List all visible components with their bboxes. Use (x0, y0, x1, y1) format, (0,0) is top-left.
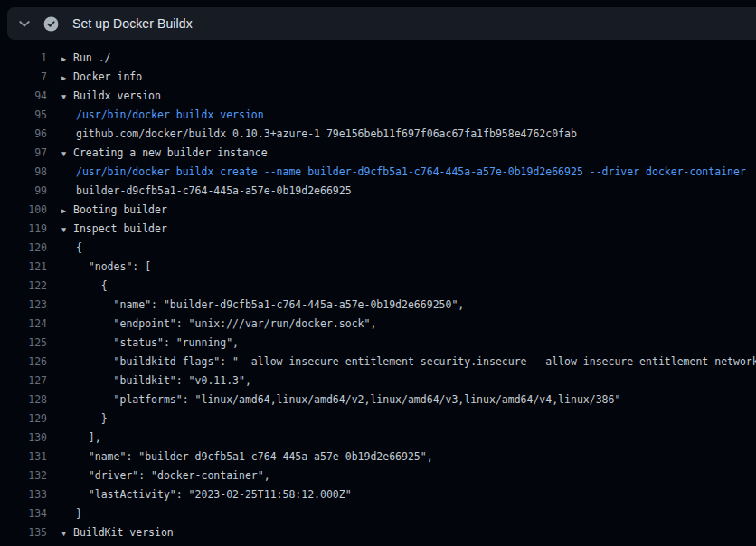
log-line-text: ], (76, 431, 101, 444)
log-text: /usr/bin/docker buildx version (47, 106, 264, 125)
group-header: ▶Booting builder (47, 201, 167, 220)
line-number[interactable]: 121 (0, 258, 47, 277)
log-line-text: "name": "builder-d9cfb5a1-c764-445a-a57e… (76, 450, 433, 463)
log-group-row[interactable]: 7▶Docker info (0, 68, 756, 87)
log-line: 123 "name": "builder-d9cfb5a1-c764-445a-… (0, 296, 756, 315)
log-text: "buildkitd-flags": "--allow-insecure-ent… (47, 353, 756, 372)
line-number[interactable]: 119 (0, 220, 47, 239)
log-line: 133 "lastActivity": "2023-02-25T11:58:12… (0, 485, 756, 504)
line-number[interactable]: 96 (0, 125, 47, 144)
log-text: "platforms": "linux/amd64,linux/amd64/v2… (47, 391, 620, 410)
log-text: { (47, 239, 82, 258)
step-title: Set up Docker Buildx (72, 16, 193, 31)
log-line-text: "buildkit": "v0.11.3", (76, 374, 251, 387)
line-number[interactable]: 127 (0, 372, 47, 391)
triangle-right-icon: ▶ (61, 50, 73, 69)
line-number[interactable]: 97 (0, 144, 47, 163)
log-line: 126 "buildkitd-flags": "--allow-insecure… (0, 353, 756, 372)
log-line: 130 ], (0, 428, 756, 447)
log-line: 96github.com/docker/buildx 0.10.3+azure-… (0, 125, 756, 144)
line-number[interactable]: 122 (0, 277, 47, 296)
log-text: "endpoint": "unix:///var/run/docker.sock… (47, 315, 376, 334)
log-line: 128 "platforms": "linux/amd64,linux/amd6… (0, 391, 756, 410)
check-circle-icon (43, 16, 59, 32)
line-number[interactable]: 135 (0, 523, 47, 542)
line-number[interactable]: 7 (0, 68, 47, 87)
log-group-row[interactable]: 97▼Creating a new builder instance (0, 144, 756, 163)
log-text: "buildkit": "v0.11.3", (47, 372, 251, 391)
log-group-row[interactable]: 135▼BuildKit version (0, 523, 756, 542)
line-number[interactable]: 132 (0, 466, 47, 485)
log-line-text: } (76, 412, 108, 425)
chevron-down-icon[interactable] (17, 16, 32, 31)
line-number[interactable]: 126 (0, 353, 47, 372)
triangle-right-icon: ▶ (61, 202, 73, 221)
log-line-text: { (76, 241, 82, 254)
line-number[interactable]: 1 (0, 49, 47, 68)
log-line: 124 "endpoint": "unix:///var/run/docker.… (0, 315, 756, 334)
log-line-text: BuildKit version (73, 526, 174, 539)
triangle-down-icon: ▼ (61, 524, 73, 543)
line-number[interactable]: 128 (0, 391, 47, 410)
log-line-text: "buildkitd-flags": "--allow-insecure-ent… (76, 355, 756, 368)
log-line-text: Inspect builder (73, 222, 167, 235)
line-number[interactable]: 100 (0, 201, 47, 220)
log-text: "nodes": [ (47, 258, 151, 277)
log-line-text: builder-d9cfb5a1-c764-445a-a57e-0b19d2e6… (76, 184, 352, 197)
log-line-text: "nodes": [ (76, 260, 151, 273)
log-line-text: Buildx version (73, 89, 161, 102)
line-number[interactable]: 123 (0, 296, 47, 315)
log-line: 121 "nodes": [ (0, 258, 756, 277)
log-text: "status": "running", (47, 334, 239, 353)
log-text: "driver": "docker-container", (47, 466, 270, 485)
group-header: ▼Buildx version (47, 87, 161, 106)
log-text: github.com/docker/buildx 0.10.3+azure-1 … (47, 125, 577, 144)
line-number[interactable]: 129 (0, 410, 47, 428)
log-line-text: "endpoint": "unix:///var/run/docker.sock… (76, 317, 376, 330)
log-line: 136builder-d9cfb5a1-c764-445a-a57e-0b19d… (0, 542, 756, 546)
log-line: 99builder-d9cfb5a1-c764-445a-a57e-0b19d2… (0, 182, 756, 201)
line-number[interactable]: 120 (0, 239, 47, 258)
line-number[interactable]: 94 (0, 87, 47, 106)
line-number[interactable]: 124 (0, 315, 47, 334)
line-number[interactable]: 98 (0, 163, 47, 182)
log-text: /usr/bin/docker buildx create --name bui… (47, 163, 746, 182)
line-number[interactable]: 125 (0, 334, 47, 353)
log-line-text: "driver": "docker-container", (76, 469, 270, 482)
line-number[interactable]: 136 (0, 542, 47, 546)
group-header: ▼BuildKit version (47, 523, 174, 542)
step-header[interactable]: Set up Docker Buildx (7, 7, 756, 40)
triangle-down-icon: ▼ (61, 221, 73, 240)
line-number[interactable]: 133 (0, 485, 47, 504)
log-line-text: Booting builder (73, 203, 167, 216)
log-line: 127 "buildkit": "v0.11.3", (0, 372, 756, 391)
log-line-text: /usr/bin/docker buildx create --name bui… (76, 165, 746, 178)
triangle-right-icon: ▶ (61, 69, 73, 88)
log-line: 125 "status": "running", (0, 334, 756, 353)
log-text: } (47, 504, 82, 523)
triangle-down-icon: ▼ (61, 145, 73, 164)
line-number[interactable]: 99 (0, 182, 47, 201)
log-line-text: } (76, 507, 82, 520)
log-line-text: "name": "builder-d9cfb5a1-c764-445a-a57e… (76, 298, 464, 311)
triangle-down-icon: ▼ (61, 88, 73, 107)
log-line-text: { (76, 279, 108, 292)
group-header: ▼Creating a new builder instance (47, 144, 268, 163)
log-group-row[interactable]: 100▶Booting builder (0, 201, 756, 220)
log-group-row[interactable]: 119▼Inspect builder (0, 220, 756, 239)
log-group-row[interactable]: 94▼Buildx version (0, 87, 756, 106)
group-header: ▶Docker info (47, 68, 142, 87)
log-line-text: Run ./ (73, 52, 111, 64)
log-text: "name": "builder-d9cfb5a1-c764-445a-a57e… (47, 296, 464, 315)
log-text: builder-d9cfb5a1-c764-445a-a57e-0b19d2e6… (47, 182, 352, 201)
log-line-text: "status": "running", (76, 336, 239, 349)
line-number[interactable]: 130 (0, 428, 47, 447)
line-number[interactable]: 95 (0, 106, 47, 125)
line-number[interactable]: 131 (0, 447, 47, 466)
workflow-log-viewer: Set up Docker Buildx 1▶Run ./7▶Docker in… (0, 0, 756, 546)
line-number[interactable]: 134 (0, 504, 47, 523)
log-line-text: /usr/bin/docker buildx version (76, 108, 264, 121)
log-line: 132 "driver": "docker-container", (0, 466, 756, 485)
log-group-row[interactable]: 1▶Run ./ (0, 49, 756, 68)
log-text: "lastActivity": "2023-02-25T11:58:12.000… (47, 485, 352, 504)
